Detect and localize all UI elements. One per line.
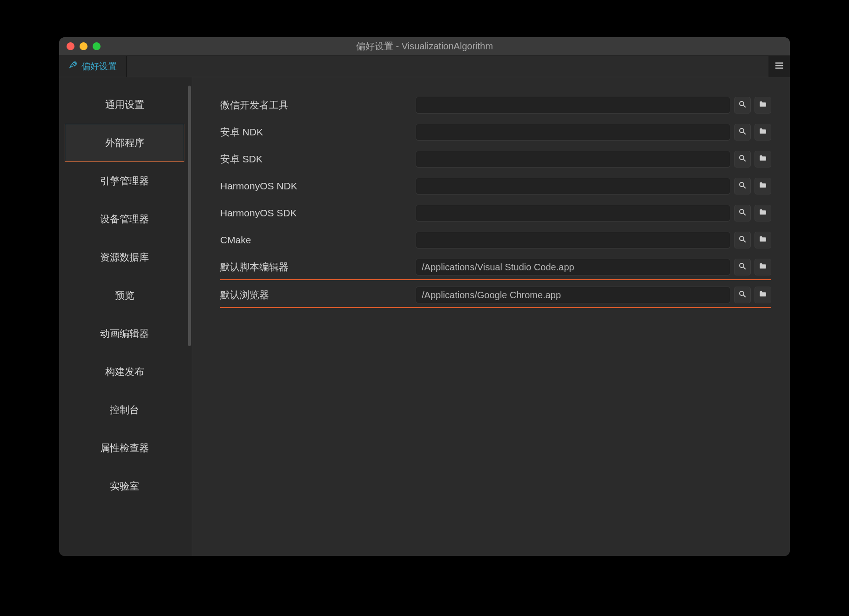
- field-input[interactable]: [416, 151, 730, 167]
- svg-line-4: [743, 105, 746, 107]
- field-label: 默认浏览器: [220, 288, 416, 301]
- field-row-7: 默认浏览器: [220, 287, 771, 303]
- sidebar: 通用设置外部程序引擎管理器设备管理器资源数据库预览动画编辑器构建发布控制台属性检…: [59, 77, 192, 556]
- search-button[interactable]: [734, 178, 751, 194]
- content: 通用设置外部程序引擎管理器设备管理器资源数据库预览动画编辑器构建发布控制台属性检…: [59, 77, 790, 556]
- tab-preferences[interactable]: 偏好设置: [59, 56, 127, 77]
- search-button[interactable]: [734, 259, 751, 275]
- close-button[interactable]: [67, 42, 74, 50]
- field-label: 微信开发者工具: [220, 99, 416, 112]
- tools-icon: [68, 60, 78, 72]
- sidebar-item-label: 构建发布: [105, 365, 144, 378]
- highlight-underline: [220, 307, 771, 308]
- tabbar-spacer: [127, 56, 768, 77]
- search-button[interactable]: [734, 151, 751, 167]
- svg-line-16: [743, 267, 746, 269]
- search-icon: [738, 262, 747, 272]
- sidebar-scrollbar[interactable]: [188, 86, 191, 346]
- search-icon: [738, 100, 747, 110]
- sidebar-item-7[interactable]: 构建发布: [65, 353, 184, 391]
- field-label: 安卓 SDK: [220, 153, 416, 166]
- sidebar-item-label: 设备管理器: [100, 213, 149, 226]
- browse-button[interactable]: [755, 287, 771, 303]
- sidebar-item-0[interactable]: 通用设置: [65, 86, 184, 124]
- browse-button[interactable]: [755, 232, 771, 248]
- sidebar-item-4[interactable]: 资源数据库: [65, 238, 184, 276]
- field-row-1: 安卓 NDK: [220, 124, 771, 141]
- search-icon: [738, 127, 747, 137]
- svg-point-3: [740, 101, 744, 106]
- window-title: 偏好设置 - VisualizationAlgorithm: [59, 40, 790, 53]
- search-icon: [738, 154, 747, 164]
- field-label: 默认脚本编辑器: [220, 261, 416, 274]
- browse-button[interactable]: [755, 259, 771, 275]
- maximize-button[interactable]: [93, 42, 101, 50]
- field-row-3: HarmonyOS NDK: [220, 178, 771, 194]
- browse-button[interactable]: [755, 151, 771, 167]
- sidebar-item-9[interactable]: 属性检查器: [65, 429, 184, 467]
- sidebar-item-8[interactable]: 控制台: [65, 391, 184, 429]
- browse-button[interactable]: [755, 178, 771, 194]
- minimize-button[interactable]: [80, 42, 88, 50]
- search-button[interactable]: [734, 205, 751, 221]
- folder-icon: [759, 127, 767, 137]
- field-input[interactable]: [416, 287, 730, 303]
- sidebar-item-6[interactable]: 动画编辑器: [65, 315, 184, 353]
- sidebar-item-label: 实验室: [110, 480, 139, 493]
- field-label: HarmonyOS NDK: [220, 181, 416, 192]
- search-button[interactable]: [734, 124, 751, 141]
- search-icon: [738, 290, 747, 300]
- svg-point-13: [740, 236, 744, 241]
- highlight-underline: [220, 279, 771, 280]
- sidebar-item-label: 属性检查器: [100, 442, 149, 455]
- main-panel: 微信开发者工具安卓 NDK安卓 SDKHarmonyOS NDKHarmonyO…: [192, 77, 790, 556]
- folder-icon: [759, 262, 767, 272]
- menu-button[interactable]: [768, 56, 790, 77]
- sidebar-item-label: 控制台: [110, 403, 139, 416]
- folder-icon: [759, 181, 767, 191]
- tabbar: 偏好设置: [59, 56, 790, 77]
- search-button[interactable]: [734, 97, 751, 114]
- sidebar-item-label: 预览: [115, 289, 135, 302]
- svg-line-8: [743, 159, 746, 161]
- field-input[interactable]: [416, 124, 730, 141]
- field-input[interactable]: [416, 205, 730, 221]
- folder-icon: [759, 290, 767, 300]
- svg-point-15: [740, 263, 744, 268]
- field-input[interactable]: [416, 259, 730, 275]
- sidebar-item-10[interactable]: 实验室: [65, 467, 184, 505]
- svg-point-17: [740, 291, 744, 295]
- field-label: HarmonyOS SDK: [220, 208, 416, 219]
- browse-button[interactable]: [755, 124, 771, 141]
- hamburger-icon: [774, 60, 784, 73]
- folder-icon: [759, 208, 767, 218]
- folder-icon: [759, 154, 767, 164]
- search-button[interactable]: [734, 287, 751, 303]
- sidebar-item-2[interactable]: 引擎管理器: [65, 162, 184, 200]
- field-label: CMake: [220, 234, 416, 246]
- field-input[interactable]: [416, 97, 730, 114]
- svg-point-5: [740, 128, 744, 133]
- titlebar: 偏好设置 - VisualizationAlgorithm: [59, 37, 790, 56]
- sidebar-item-label: 动画编辑器: [100, 327, 149, 340]
- field-input[interactable]: [416, 178, 730, 194]
- preferences-window: 偏好设置 - VisualizationAlgorithm 偏好设置 通用设置外…: [59, 37, 790, 556]
- sidebar-item-1[interactable]: 外部程序: [65, 124, 184, 162]
- sidebar-item-label: 资源数据库: [100, 251, 149, 264]
- field-row-6: 默认脚本编辑器: [220, 259, 771, 275]
- field-input[interactable]: [416, 232, 730, 248]
- sidebar-item-label: 引擎管理器: [100, 174, 149, 187]
- sidebar-item-label: 通用设置: [105, 98, 144, 111]
- sidebar-item-3[interactable]: 设备管理器: [65, 200, 184, 238]
- svg-line-10: [743, 186, 746, 188]
- browse-button[interactable]: [755, 205, 771, 221]
- search-button[interactable]: [734, 232, 751, 248]
- search-icon: [738, 181, 747, 191]
- field-row-5: CMake: [220, 232, 771, 248]
- field-row-0: 微信开发者工具: [220, 97, 771, 114]
- svg-point-9: [740, 182, 744, 187]
- search-icon: [738, 208, 747, 218]
- sidebar-item-5[interactable]: 预览: [65, 276, 184, 315]
- browse-button[interactable]: [755, 97, 771, 114]
- svg-point-7: [740, 155, 744, 160]
